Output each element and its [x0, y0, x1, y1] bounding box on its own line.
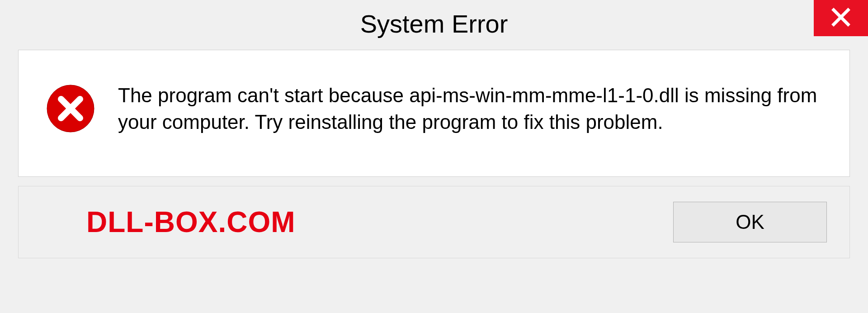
watermark-text: DLL-BOX.COM [86, 205, 296, 239]
error-icon [46, 84, 95, 133]
ok-button[interactable]: OK [673, 202, 827, 242]
dialog-content: The program can't start because api-ms-w… [18, 50, 850, 177]
close-icon [830, 6, 852, 30]
dialog-footer: DLL-BOX.COM OK [18, 186, 850, 258]
error-dialog-window: System Error The program can't start bec… [0, 0, 868, 313]
close-button[interactable] [814, 0, 868, 36]
error-message: The program can't start because api-ms-w… [118, 82, 822, 136]
title-bar: System Error [0, 0, 868, 45]
dialog-title: System Error [360, 9, 508, 38]
